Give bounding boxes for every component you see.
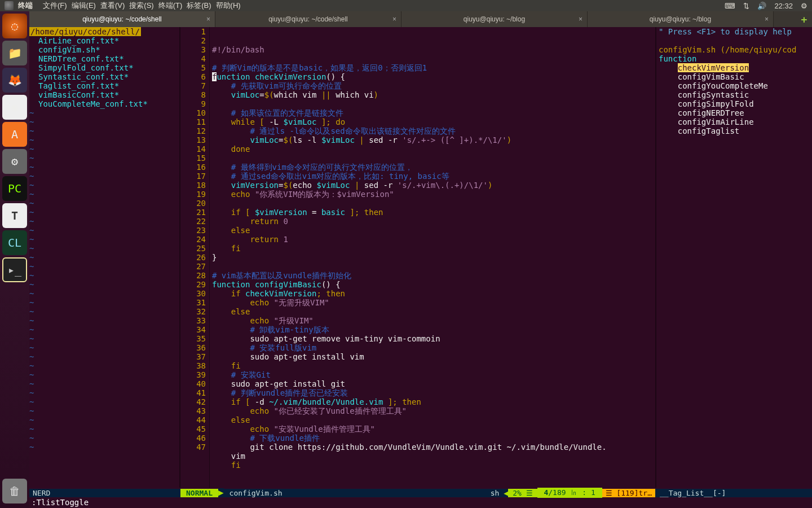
code-line[interactable]: # 先获取vim可执行命令的位置 (212, 81, 655, 90)
text-editor-icon[interactable]: T (2, 203, 27, 228)
menu-item[interactable]: 搜索(S) (127, 1, 156, 10)
new-tab-button[interactable]: + (796, 11, 812, 27)
code-line[interactable]: return 1 (212, 235, 655, 244)
code-line[interactable]: vimVersion=$(echo $vimLoc | sed -r 's/.+… (212, 181, 655, 190)
code-line[interactable]: function checkVimVersion() { (212, 72, 655, 81)
taglist-pane[interactable]: " Press <F1> to display help configVim.s… (655, 27, 812, 488)
menu-item[interactable]: 帮助(H) (214, 1, 243, 10)
menu-item[interactable]: 查看(V) (98, 1, 127, 10)
gear-icon[interactable]: ⚙ (801, 2, 807, 10)
code-line[interactable]: # vim基本配置以及vundle插件初始化 (212, 271, 655, 280)
code-line[interactable]: echo "你系统VIM的版本为：$vimVersion" (212, 190, 655, 199)
dash-icon[interactable]: ◌ (2, 14, 27, 38)
files-icon[interactable]: 📁 (2, 41, 27, 65)
code-line[interactable]: # 判断Vim的版本是不是basic，如果是，返回0；否则返回1 (212, 63, 655, 72)
code-line[interactable]: #!/bin/bash (212, 45, 655, 54)
taglist-section[interactable]: function (659, 54, 812, 63)
terminal-tab[interactable]: qiuyu@qiuyu: ~/blog× (401, 11, 588, 27)
taglist-tag[interactable]: configYouCompleteMe (659, 81, 812, 90)
code-line[interactable]: if [ -d ~/.vim/bundle/Vundle.vim ]; then (212, 397, 655, 406)
code-line[interactable] (212, 199, 655, 208)
code-line[interactable] (212, 54, 655, 63)
menu-item[interactable]: 编辑(E) (69, 1, 98, 10)
volume-icon[interactable]: 🔊 (757, 2, 766, 10)
code-line[interactable]: # 如果该位置的文件是链接文件 (212, 108, 655, 117)
code-line[interactable]: # 卸载vim-tiny版本 (212, 325, 655, 334)
taglist-tag[interactable]: configSimpylFold (659, 99, 812, 108)
code-line[interactable]: sudo apt-get install vim (212, 352, 655, 361)
code-line[interactable]: # 通过ls -l命令以及sed命令取出该链接文件对应的文件 (212, 126, 655, 135)
code-line[interactable]: if [ $vimVersion = basic ]; then (212, 208, 655, 217)
nerdtree-file[interactable]: Taglist_conf.txt* (29, 81, 179, 90)
menu-item[interactable]: 终端(T) (156, 1, 185, 10)
code-line[interactable]: # 安装full版vim (212, 343, 655, 352)
code-line[interactable]: vim (212, 452, 655, 461)
nerdtree-file[interactable]: Syntastic_conf.txt* (29, 72, 179, 81)
code-line[interactable]: else (212, 415, 655, 424)
code-pane[interactable]: #!/bin/bash# 判断Vim的版本是不是basic，如果是，返回0；否则… (210, 27, 655, 488)
close-icon[interactable]: × (579, 15, 582, 23)
code-line[interactable]: fi (212, 244, 655, 253)
taglist-tag[interactable]: configVimBasic (659, 72, 812, 81)
code-line[interactable]: # 下载vundle插件 (212, 433, 655, 443)
code-line[interactable]: function configVimBasic() { (212, 280, 655, 289)
network-icon[interactable]: ⇅ (743, 2, 749, 10)
close-icon[interactable]: × (765, 15, 769, 23)
code-line[interactable]: while [ -L $vimLoc ]; do (212, 117, 655, 126)
clion-icon[interactable]: CL (2, 230, 27, 255)
code-line[interactable] (212, 154, 655, 163)
close-icon[interactable]: × (206, 15, 210, 23)
code-line[interactable]: # 安装Git (212, 370, 655, 379)
taglist-tag[interactable]: configSyntastic (659, 90, 812, 99)
code-line[interactable] (212, 262, 655, 271)
nerdtree-file[interactable]: YouCompleteMe_conf.txt* (29, 99, 179, 108)
code-line[interactable]: sudo apt-get remove vim-tiny vim-commoin (212, 334, 655, 343)
code-line[interactable] (212, 99, 655, 108)
terminal-tab[interactable]: qiuyu@qiuyu: ~/code/shell× (29, 11, 215, 27)
code-line[interactable]: vimLoc=$(ls -l $vimLoc | sed -r 's/.+-> … (212, 135, 655, 144)
code-line[interactable]: fi (212, 461, 655, 470)
code-line[interactable]: sudo apt-get install git (212, 379, 655, 388)
code-line[interactable]: echo "安装Vundle插件管理工具" (212, 424, 655, 433)
code-line[interactable]: echo "你已经安装了Vundle插件管理工具" (212, 406, 655, 415)
menu-item[interactable]: 标签(B) (184, 1, 213, 10)
menu-item[interactable]: 文件(F) (41, 1, 69, 10)
code-line[interactable]: echo "无需升级VIM" (212, 298, 655, 307)
taglist-tag[interactable]: configVimAirLine (659, 117, 812, 126)
nerdtree-file[interactable]: NERDTree_conf.txt* (29, 54, 179, 63)
chrome-icon[interactable]: ◉ (2, 95, 27, 120)
firefox-icon[interactable]: 🦊 (2, 68, 27, 93)
nerdtree-file[interactable]: configVim.sh* (29, 45, 179, 54)
code-line[interactable]: # 判断vundle插件是否已经安装 (212, 388, 655, 397)
code-line[interactable]: # 最终得到vim命令对应的可执行文件对应的位置， (212, 163, 655, 172)
nerdtree-file[interactable]: AirLine_conf.txt* (29, 36, 179, 45)
keyboard-icon[interactable]: ⌨ (725, 2, 735, 10)
code-line[interactable]: if checkVimVersion; then (212, 289, 655, 298)
code-line[interactable]: else (212, 226, 655, 235)
code-line[interactable]: else (212, 307, 655, 316)
vim-cmdline[interactable]: :TlistToggle (29, 498, 812, 508)
taglist-tag[interactable]: configNERDTree (659, 108, 812, 117)
code-line[interactable]: done (212, 144, 655, 154)
code-line[interactable]: echo "升级VIM" (212, 316, 655, 325)
code-line[interactable]: # 通过sed命令取出vim对应的版本，比如: tiny, basic等 (212, 172, 655, 181)
taglist-tag[interactable]: configTaglist (659, 126, 812, 135)
nerdtree-pane[interactable]: /home/qiuyu/code/shell/ AirLine_conf.txt… (29, 27, 180, 488)
code-line[interactable]: } (212, 253, 655, 262)
code-line[interactable]: fi (212, 361, 655, 370)
nerdtree-file[interactable]: SimpylFold_conf.txt* (29, 63, 179, 72)
software-center-icon[interactable]: A (2, 122, 27, 147)
code-line[interactable]: return 0 (212, 217, 655, 226)
close-icon[interactable]: × (392, 15, 396, 23)
terminal-tab[interactable]: qiuyu@qiuyu: ~/code/shell× (215, 11, 401, 27)
taglist-tag[interactable]: checkVimVersion (659, 63, 812, 72)
nerdtree-file[interactable]: vimBasicConf.txt* (29, 90, 179, 99)
settings-icon[interactable]: ⚙ (2, 149, 27, 174)
clock[interactable]: 22:32 (774, 2, 793, 10)
terminal-tab[interactable]: qiuyu@qiuyu: ~/blog× (588, 11, 774, 27)
code-line[interactable]: git clone https://github.com/VundleVim/V… (212, 443, 655, 452)
trash-icon[interactable]: 🗑 (2, 479, 27, 503)
terminal-icon[interactable]: ▸_ (2, 257, 27, 282)
code-line[interactable]: vimLoc=$(which vim || which vi) (212, 90, 655, 99)
pycharm-icon[interactable]: PC (2, 176, 27, 201)
